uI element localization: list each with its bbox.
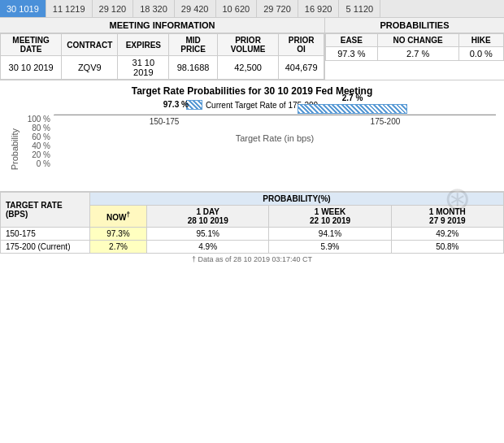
tab-16-920[interactable]: 16 920 — [298, 0, 340, 17]
chart-container: Target Rate Probabilities for 30 10 2019… — [0, 80, 504, 188]
x-axis-labels: 150-175 175-200 — [54, 117, 496, 132]
cell-1day-0: 95.1% — [147, 228, 269, 241]
cell-mid-price: 98.1688 — [169, 56, 218, 80]
cell-rate-1: 175-200 (Current) — [1, 241, 90, 254]
cell-expires: 31 10 2019 — [118, 56, 169, 80]
probabilities-table: EASE NO CHANGE HIKE 97.3 % 2.7 % 0.0 % — [325, 33, 504, 61]
tab-29-720[interactable]: 29 720 — [257, 0, 298, 17]
col-header-ease: EASE — [326, 34, 378, 47]
tab-30-1019[interactable]: 30 1019 — [0, 0, 46, 17]
x-label-175-200: 175-200 — [297, 117, 474, 132]
meeting-data-row: 30 10 2019 ZQV9 31 10 2019 98.1688 42,50… — [1, 56, 324, 80]
cell-no-change: 2.7 % — [377, 47, 458, 61]
prob-table: TARGET RATE (BPS) PROBABILITY(%) NOW† 1 … — [0, 192, 504, 254]
col-header-meeting-date: MEETING DATE — [1, 34, 62, 56]
tab-bar: 30 1019 11 1219 29 120 18 320 29 420 10 … — [0, 0, 504, 18]
bar-150-175: 97.3 % — [120, 100, 231, 115]
tab-18-320[interactable]: 18 320 — [133, 0, 175, 17]
x-label-150-175: 150-175 — [76, 117, 253, 132]
col-header-expires: EXPIRES — [118, 34, 169, 56]
meeting-info-header: MEETING INFORMATION — [0, 18, 324, 33]
col-now-header: NOW† — [90, 206, 147, 228]
x-axis-title: Target Rate (in bps) — [54, 133, 496, 143]
bar-hatch-175-200 — [298, 104, 408, 114]
bar-label-97-3: 97.3 % — [163, 100, 189, 109]
col-1day-header: 1 DAY 28 10 2019 — [147, 206, 269, 228]
tab-11-1219[interactable]: 11 1219 — [46, 0, 93, 17]
cell-1month-0: 49.2% — [391, 228, 503, 241]
footnote: † Data as of 28 10 2019 03:17:40 CT — [0, 254, 504, 265]
y-axis: 100 % 80 % 60 % 40 % 20 % 0 % — [21, 115, 54, 185]
y-label-0: 0 % — [37, 159, 50, 168]
cell-prior-oi: 404,679 — [279, 56, 324, 80]
col-1week-header: 1 WEEK 22 10 2019 — [269, 206, 391, 228]
cell-rate-0: 150-175 — [1, 228, 90, 241]
prob-data-row: 97.3 % 2.7 % 0.0 % — [326, 47, 504, 61]
tab-29-120[interactable]: 29 120 — [93, 0, 134, 17]
chart-title: Target Rate Probabilities for 30 10 2019… — [8, 85, 496, 97]
col-header-no-change: NO CHANGE — [377, 34, 458, 47]
probabilities-block: PROBABILITIES EASE NO CHANGE HIKE 97.3 %… — [325, 18, 504, 80]
bar-label-2-7: 2.7 % — [342, 93, 363, 102]
col-header-prior-volume: PRIOR VOLUME — [217, 34, 278, 56]
cell-1month-1: 50.8% — [391, 241, 503, 254]
col-header-prior-oi: PRIOR OI — [279, 34, 324, 56]
col-header-prob: PROBABILITY(%) — [90, 193, 504, 206]
y-label-60: 60 % — [32, 132, 50, 141]
cell-1week-1: 5.9% — [269, 241, 391, 254]
tab-10-620[interactable]: 10 620 — [216, 0, 258, 17]
bar-175-200: 2.7 % — [298, 93, 408, 115]
col-header-mid-price: MID PRICE — [169, 34, 218, 56]
y-label-100: 100 % — [28, 115, 50, 124]
prob-table-section: TARGET RATE (BPS) PROBABILITY(%) NOW† 1 … — [0, 191, 504, 265]
info-section: MEETING INFORMATION MEETING DATE CONTRAC… — [0, 18, 504, 80]
cell-prior-volume: 42,500 — [217, 56, 278, 80]
cell-1day-1: 4.9% — [147, 241, 269, 254]
cell-meeting-date: 30 10 2019 — [1, 56, 62, 80]
tab-29-420[interactable]: 29 420 — [175, 0, 216, 17]
watermark: ⊛ — [444, 180, 471, 217]
chart-plot: 97.3 % 2.7 % ⊛ — [54, 115, 496, 115]
probabilities-header: PROBABILITIES — [325, 18, 504, 33]
y-label-40: 40 % — [32, 141, 50, 150]
cell-ease: 97.3 % — [326, 47, 378, 61]
col-target-rate: TARGET RATE (BPS) — [1, 193, 90, 228]
col-header-hike: HIKE — [458, 34, 503, 47]
y-label-20: 20 % — [32, 150, 50, 159]
meeting-info-block: MEETING INFORMATION MEETING DATE CONTRAC… — [0, 18, 325, 80]
cell-1week-0: 94.1% — [269, 228, 391, 241]
col-header-contract: CONTRACT — [62, 34, 118, 56]
cell-hike: 0.0 % — [458, 47, 503, 61]
y-axis-title: Probability — [10, 128, 20, 170]
cell-now-1: 2.7% — [90, 241, 147, 254]
meeting-info-table: MEETING DATE CONTRACT EXPIRES MID PRICE … — [0, 33, 324, 80]
cell-contract: ZQV9 — [62, 56, 118, 80]
y-label-80: 80 % — [32, 124, 50, 132]
prob-row-0: 150-17597.3%95.1%94.1%49.2% — [1, 228, 504, 241]
chart-legend: Current Target Rate of 175-200 — [8, 100, 496, 110]
prob-row-1: 175-200 (Current)2.7%4.9%5.9%50.8% — [1, 241, 504, 254]
cell-now-0: 97.3% — [90, 228, 147, 241]
tab-5-1120[interactable]: 5 1120 — [339, 0, 380, 17]
